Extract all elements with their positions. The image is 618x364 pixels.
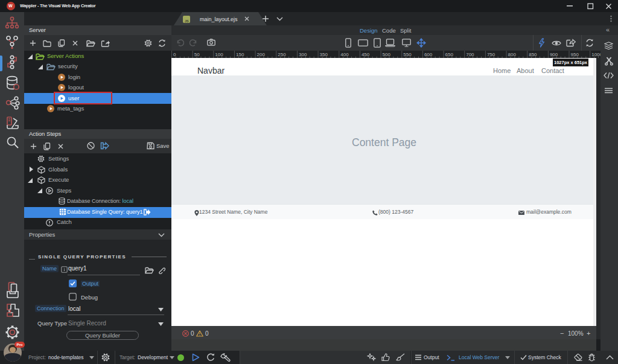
svg-text:850: 850	[529, 52, 537, 57]
svg-text:1000: 1000	[591, 52, 600, 57]
svg-text:450: 450	[362, 52, 370, 57]
svg-text:600: 600	[424, 52, 433, 57]
svg-text:50: 50	[194, 52, 200, 57]
svg-text:800: 800	[508, 52, 517, 57]
svg-text:250: 250	[278, 52, 286, 57]
svg-text:350: 350	[320, 52, 328, 57]
svg-text:100: 100	[215, 52, 223, 57]
svg-text:300: 300	[299, 52, 307, 57]
svg-text:500: 500	[383, 52, 391, 57]
svg-text:650: 650	[445, 52, 454, 57]
svg-text:0: 0	[173, 52, 176, 57]
svg-text:900: 900	[550, 52, 558, 57]
svg-text:400: 400	[340, 52, 349, 57]
svg-text:750: 750	[487, 52, 495, 57]
svg-text:200: 200	[257, 52, 266, 57]
svg-text:150: 150	[236, 52, 244, 57]
svg-text:950: 950	[571, 52, 579, 57]
svg-text:700: 700	[466, 52, 474, 57]
svg-text:550: 550	[403, 52, 412, 57]
